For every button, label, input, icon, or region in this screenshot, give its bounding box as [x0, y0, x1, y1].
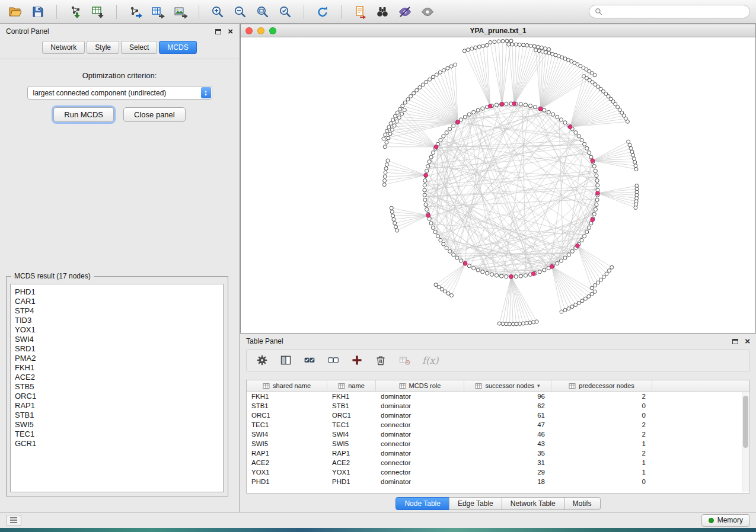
- export-image-icon[interactable]: [171, 3, 190, 21]
- cell-mcds_role: dominator: [376, 412, 464, 419]
- float-table-panel-icon[interactable]: [732, 339, 738, 344]
- mcds-result-item[interactable]: GCR1: [15, 439, 223, 448]
- export-network-icon[interactable]: [126, 3, 145, 21]
- toolbar-separator: [341, 5, 342, 19]
- network-graph[interactable]: [241, 37, 755, 333]
- column-type-icon: [399, 383, 406, 389]
- scrollbar-thumb[interactable]: [743, 396, 748, 448]
- import-network-icon[interactable]: [66, 3, 85, 21]
- zoom-selected-icon[interactable]: [276, 3, 295, 21]
- run-mcds-button[interactable]: Run MCDS: [53, 107, 114, 122]
- close-window-icon[interactable]: [245, 27, 253, 34]
- mcds-result-item[interactable]: RAP1: [15, 401, 223, 411]
- find-binoculars-icon[interactable]: [373, 3, 392, 21]
- deselect-all-icon[interactable]: [326, 353, 340, 367]
- network-titlebar[interactable]: YPA_prune.txt_1: [241, 24, 755, 37]
- search-input[interactable]: [606, 8, 744, 16]
- tab-select[interactable]: Select: [121, 41, 157, 54]
- float-panel-icon[interactable]: [215, 29, 221, 34]
- table-scrollbar[interactable]: [742, 392, 749, 492]
- table-row[interactable]: STB1STB1dominator620: [247, 401, 749, 411]
- hide-selected-icon[interactable]: [395, 3, 414, 21]
- table-row[interactable]: RAP1RAP1dominator352: [247, 448, 749, 458]
- mcds-result-item[interactable]: TID3: [15, 316, 223, 325]
- tab-motifs[interactable]: Motifs: [564, 497, 601, 510]
- column-header-name[interactable]: name: [327, 380, 376, 391]
- close-panel-button[interactable]: Close panel: [123, 107, 186, 122]
- mcds-result-item[interactable]: PMA2: [15, 354, 223, 363]
- save-session-icon[interactable]: [28, 3, 47, 21]
- cell-mcds_role: dominator: [376, 450, 464, 457]
- copy-network-icon[interactable]: [350, 3, 369, 21]
- maximize-window-icon[interactable]: [269, 27, 276, 34]
- open-file-icon[interactable]: [6, 3, 25, 21]
- mcds-result-item[interactable]: TEC1: [15, 430, 223, 439]
- cell-successor_nodes: 96: [464, 393, 551, 400]
- panel-menu-button[interactable]: [6, 515, 21, 526]
- mcds-result-item[interactable]: SWI5: [15, 420, 223, 430]
- tab-node-table[interactable]: Node Table: [395, 497, 449, 510]
- tab-mcds[interactable]: MCDS: [159, 41, 196, 54]
- column-header-successor-nodes[interactable]: successor nodes▾: [464, 380, 551, 391]
- table-panel-header: Table Panel ×: [240, 334, 756, 349]
- criterion-dropdown[interactable]: largest connected component (undirected)…: [27, 86, 212, 100]
- mcds-result-item[interactable]: STP4: [15, 306, 223, 316]
- import-table-icon[interactable]: [88, 3, 107, 21]
- mcds-result-item[interactable]: PHD1: [15, 287, 223, 297]
- control-panel-title: Control Panel: [6, 27, 49, 36]
- network-view[interactable]: [241, 37, 755, 333]
- add-entry-icon[interactable]: [350, 353, 364, 367]
- mcds-result-item[interactable]: ACE2: [15, 373, 223, 382]
- cell-predecessor_nodes: 1: [551, 440, 652, 447]
- mcds-result-list[interactable]: PHD1CAR1STP4TID3YOX1SWI4SRD1PMA2FKH1ACE2…: [10, 284, 224, 492]
- column-header-shared-name[interactable]: shared name: [247, 380, 327, 391]
- zoom-out-icon[interactable]: [231, 3, 250, 21]
- close-table-panel-icon[interactable]: ×: [745, 338, 750, 344]
- mcds-result-groupbox: MCDS result (17 nodes) PHD1CAR1STP4TID3Y…: [6, 276, 228, 496]
- table-row[interactable]: YOX1YOX1connector291: [247, 467, 749, 477]
- close-panel-icon[interactable]: ×: [228, 28, 233, 34]
- mcds-result-item[interactable]: SWI4: [15, 335, 223, 344]
- function-builder-icon[interactable]: f(x): [422, 355, 438, 366]
- export-table-icon[interactable]: [148, 3, 167, 21]
- mcds-result-item[interactable]: STB5: [15, 382, 223, 392]
- zoom-fit-icon[interactable]: [253, 3, 272, 21]
- mcds-result-item[interactable]: STB1: [15, 411, 223, 420]
- select-all-icon[interactable]: [302, 353, 317, 367]
- delete-entry-icon[interactable]: [374, 353, 388, 367]
- settings-gear-icon[interactable]: [255, 353, 269, 367]
- mcds-result-item[interactable]: YOX1: [15, 325, 223, 335]
- column-header-MCDS-role[interactable]: MCDS role: [376, 380, 464, 391]
- memory-button[interactable]: Memory: [701, 514, 750, 527]
- mcds-result-item[interactable]: CAR1: [15, 297, 223, 306]
- sort-caret-icon: ▾: [537, 383, 540, 389]
- zoom-in-icon[interactable]: [208, 3, 227, 21]
- show-all-icon[interactable]: [418, 3, 437, 21]
- column-type-icon: [569, 383, 576, 389]
- tab-network-table[interactable]: Network Table: [502, 497, 564, 510]
- table-row[interactable]: SWI4SWI4dominator462: [247, 430, 749, 439]
- table-row[interactable]: PHD1PHD1dominator180: [247, 477, 749, 486]
- search-box[interactable]: [589, 5, 750, 18]
- table-row[interactable]: ACE2ACE2connector311: [247, 458, 749, 467]
- column-header-predecessor-nodes[interactable]: predecessor nodes: [551, 380, 652, 391]
- table-row[interactable]: FKH1FKH1dominator962: [247, 392, 749, 401]
- table-row[interactable]: ORC1ORC1dominator610: [247, 411, 749, 420]
- tab-style[interactable]: Style: [87, 41, 119, 54]
- mcds-result-item[interactable]: FKH1: [15, 363, 223, 373]
- cell-mcds_role: dominator: [376, 402, 464, 409]
- table-row[interactable]: TEC1TEC1connector472: [247, 420, 749, 430]
- minimize-window-icon[interactable]: [257, 27, 264, 34]
- cell-name: STB1: [327, 402, 376, 409]
- refresh-view-icon[interactable]: [313, 3, 332, 21]
- mcds-result-item[interactable]: ORC1: [15, 392, 223, 401]
- table-row[interactable]: SWI5SWI5connector431: [247, 439, 749, 448]
- tab-edge-table[interactable]: Edge Table: [449, 497, 502, 510]
- cell-shared_name: YOX1: [247, 469, 327, 476]
- control-panel-tabs: NetworkStyleSelectMCDS: [0, 39, 239, 59]
- table-panel: Table Panel × f(x) shared namenameMCDS r…: [240, 334, 756, 512]
- show-columns-icon[interactable]: [279, 353, 293, 367]
- tab-network[interactable]: Network: [42, 41, 85, 54]
- hide-column-icon[interactable]: [397, 353, 412, 367]
- mcds-result-item[interactable]: SRD1: [15, 344, 223, 354]
